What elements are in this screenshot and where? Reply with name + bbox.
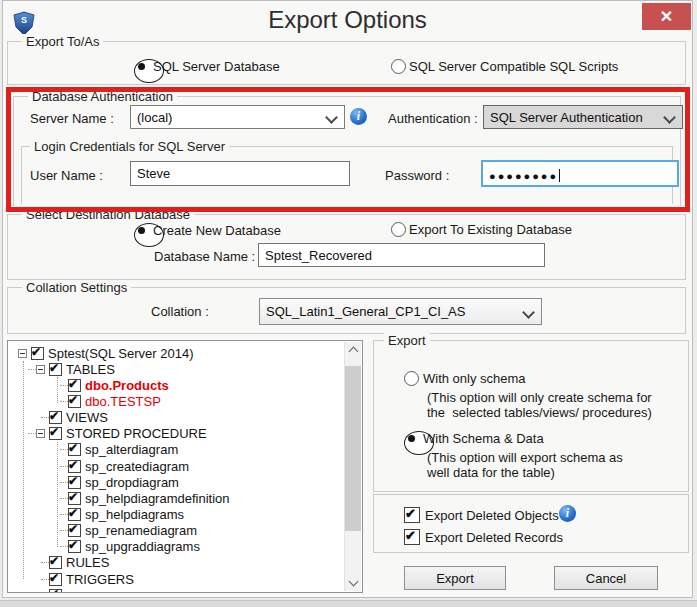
server-name-dropdown[interactable]: (local) xyxy=(130,105,345,129)
tree-item-sp-dropdiagram[interactable]: sp_dropdiagram xyxy=(8,474,345,490)
tree-item-views[interactable]: VIEWS xyxy=(8,410,345,426)
tree-checkbox[interactable] xyxy=(49,411,62,424)
radio-label-with-schema-and-data[interactable]: With Schema & Data xyxy=(423,431,544,446)
tree-item-label[interactable]: sp_helpdiagrams xyxy=(85,507,184,522)
tree-item-label[interactable]: dbo.TESTSP xyxy=(85,394,161,409)
chevron-up-icon xyxy=(349,347,359,357)
tree-stub xyxy=(41,562,49,563)
tree-item-label[interactable]: sp_creatediagram xyxy=(85,459,189,474)
server-info-icon[interactable]: i xyxy=(350,108,367,125)
collation-dropdown[interactable]: SQL_Latin1_General_CP1_CI_AS xyxy=(259,298,542,325)
tree-item-sp-helpdiagrams[interactable]: sp_helpdiagrams xyxy=(8,506,345,522)
tree-item-dbo-products[interactable]: dbo.Products xyxy=(8,377,345,393)
tree-item-partial[interactable] xyxy=(8,587,345,592)
checkbox-export-deleted-objects[interactable] xyxy=(404,507,420,523)
chevron-down-icon xyxy=(325,111,338,124)
scrollbar-thumb[interactable] xyxy=(345,366,361,531)
scroll-up-arrow-icon[interactable] xyxy=(345,342,361,358)
tree-item-label[interactable]: sp_alterdiagram xyxy=(85,442,178,457)
cancel-button[interactable]: Cancel xyxy=(554,566,658,590)
tree-item-sp-creatediagram[interactable]: sp_creatediagram xyxy=(8,458,345,474)
collapse-icon[interactable] xyxy=(36,365,45,374)
password-field[interactable]: ●●●●●●●● xyxy=(481,160,679,187)
tree-item-tables[interactable]: TABLES xyxy=(8,361,345,377)
tree-item-label[interactable]: STORED PROCEDURE xyxy=(66,426,207,441)
checkbox-label-export-deleted-records[interactable]: Export Deleted Records xyxy=(425,530,563,545)
tree-checkbox[interactable] xyxy=(68,443,81,456)
tree-checkbox[interactable] xyxy=(49,573,62,586)
password-label: Password : xyxy=(385,168,449,183)
tree-checkbox[interactable] xyxy=(68,476,81,489)
schema-only-desc-line1: (This option will only create schema for xyxy=(427,390,652,405)
user-name-field[interactable]: Steve xyxy=(130,161,350,186)
tree-item-label[interactable]: sp_upgraddiagrams xyxy=(85,539,200,554)
collation-value: SQL_Latin1_General_CP1_CI_AS xyxy=(266,304,465,319)
tree-stub xyxy=(60,514,68,515)
server-name-value: (local) xyxy=(137,110,172,125)
tree-item-sp-renamediagram[interactable]: sp_renamediagram xyxy=(8,523,345,539)
tree-item-rules[interactable]: RULES xyxy=(8,555,345,571)
tree-item-label[interactable]: TABLES xyxy=(66,362,115,377)
scroll-down-arrow-icon[interactable] xyxy=(345,575,361,591)
export-options-screen: S Export Options ✕ Export To/As SQL Serv… xyxy=(0,0,697,607)
tree-item-label[interactable]: RULES xyxy=(66,555,109,570)
tree-stub xyxy=(28,433,36,434)
tree-scrollbar[interactable] xyxy=(344,342,361,591)
radio-sql-compatible-scripts[interactable] xyxy=(391,59,406,74)
radio-label-sql-server-database[interactable]: SQL Server Database xyxy=(153,59,280,74)
tree-item-label[interactable]: sp_renamediagram xyxy=(85,523,197,538)
tree-item-root[interactable]: Sptest(SQL Server 2014) xyxy=(8,345,345,361)
tree-checkbox[interactable] xyxy=(68,508,81,521)
tree-checkbox[interactable] xyxy=(68,460,81,473)
database-name-field[interactable]: Sptest_Recovered xyxy=(258,243,545,267)
tree-item-label[interactable]: sp_dropdiagram xyxy=(85,475,179,490)
radio-label-sql-compatible-scripts[interactable]: SQL Server Compatible SQL Scripts xyxy=(409,59,618,74)
close-button[interactable]: ✕ xyxy=(642,3,691,30)
radio-label-create-new-database[interactable]: Create New Database xyxy=(153,223,281,238)
authentication-label: Authentication : xyxy=(388,111,478,126)
dialog-title: Export Options xyxy=(3,6,692,34)
radio-export-existing-database[interactable] xyxy=(391,222,406,237)
tree-stub xyxy=(60,466,68,467)
chevron-down-icon xyxy=(522,306,535,319)
checkbox-export-deleted-records[interactable] xyxy=(404,529,420,545)
tree-item-label[interactable]: TRIGGERS xyxy=(66,572,134,587)
schema-data-desc-line2: well data for the table) xyxy=(427,465,555,480)
radio-with-only-schema[interactable] xyxy=(404,371,419,386)
database-name-label: Database Name : xyxy=(154,249,255,264)
tree-checkbox[interactable] xyxy=(49,363,62,376)
export-button[interactable]: Export xyxy=(404,566,506,590)
tree-checkbox[interactable] xyxy=(68,540,81,553)
export-options-dialog: S Export Options ✕ Export To/As SQL Serv… xyxy=(2,0,693,598)
tree-checkbox[interactable] xyxy=(68,379,81,392)
collapse-icon[interactable] xyxy=(18,349,27,358)
radio-label-with-only-schema[interactable]: With only schema xyxy=(423,371,526,386)
tree-checkbox[interactable] xyxy=(68,524,81,537)
tree-item-label[interactable]: sp_helpdiagramdefinition xyxy=(85,491,230,506)
tree-item-dbo-testsp[interactable]: dbo.TESTSP xyxy=(8,393,345,409)
tree-checkbox[interactable] xyxy=(31,347,44,360)
tree-checkbox[interactable] xyxy=(49,556,62,569)
checkbox-label-export-deleted-objects[interactable]: Export Deleted Objects xyxy=(425,508,559,523)
authentication-dropdown[interactable]: SQL Server Authentication xyxy=(483,105,683,129)
tree-item-sp-upgraddiagrams[interactable]: sp_upgraddiagrams xyxy=(8,539,345,555)
tree-item-triggers[interactable]: TRIGGERS xyxy=(8,571,345,587)
text-caret xyxy=(559,169,560,182)
tree-item-label[interactable]: dbo.Products xyxy=(85,378,169,393)
cancel-button-label: Cancel xyxy=(586,571,626,586)
tree-checkbox[interactable] xyxy=(68,395,81,408)
deleted-objects-info-icon[interactable]: i xyxy=(559,505,576,522)
tree-checkbox[interactable] xyxy=(49,427,62,440)
tree-stub xyxy=(60,449,68,450)
tree-checkbox[interactable] xyxy=(68,492,81,505)
tree-item-label[interactable]: Sptest(SQL Server 2014) xyxy=(48,346,193,361)
tree-item-sp-helpdiagramdefinition[interactable]: sp_helpdiagramdefinition xyxy=(8,490,345,506)
radio-label-export-existing-database[interactable]: Export To Existing Database xyxy=(409,222,572,237)
collapse-icon[interactable] xyxy=(36,429,45,438)
tree-item-stored-procedure[interactable]: STORED PROCEDURE xyxy=(8,426,345,442)
tree-item-label[interactable]: VIEWS xyxy=(66,410,108,425)
server-name-label: Server Name : xyxy=(30,111,114,126)
tree-item-sp-alterdiagram[interactable]: sp_alterdiagram xyxy=(8,442,345,458)
tree-checkbox[interactable] xyxy=(49,589,62,592)
group-label: Export xyxy=(384,333,430,348)
